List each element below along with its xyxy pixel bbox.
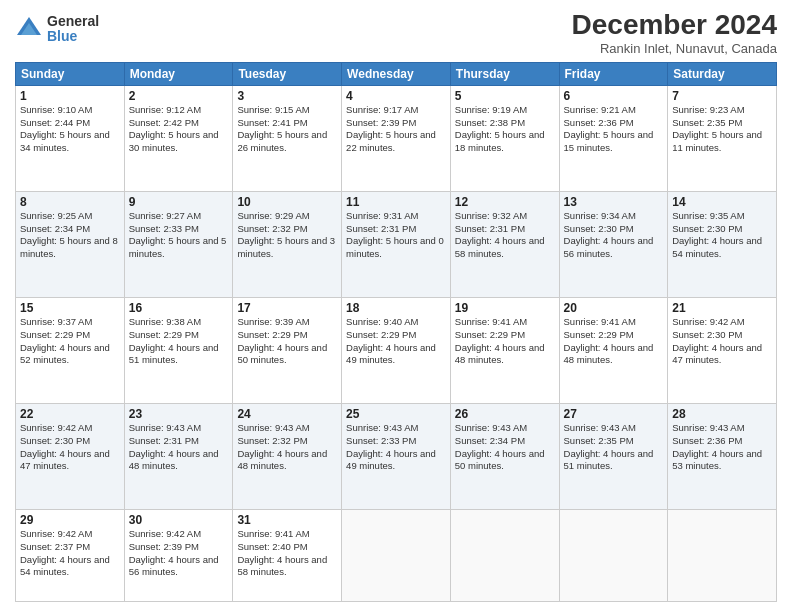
calendar-cell: 14Sunrise: 9:35 AMSunset: 2:30 PMDayligh…: [668, 191, 777, 297]
day-info: Sunrise: 9:43 AMSunset: 2:31 PMDaylight:…: [129, 422, 229, 473]
day-number: 31: [237, 513, 337, 527]
day-info: Sunrise: 9:42 AMSunset: 2:30 PMDaylight:…: [672, 316, 772, 367]
day-info: Sunrise: 9:43 AMSunset: 2:34 PMDaylight:…: [455, 422, 555, 473]
day-header-saturday: Saturday: [668, 62, 777, 85]
day-info: Sunrise: 9:43 AMSunset: 2:33 PMDaylight:…: [346, 422, 446, 473]
day-header-wednesday: Wednesday: [342, 62, 451, 85]
logo-general: General: [47, 14, 99, 29]
calendar-header-row: SundayMondayTuesdayWednesdayThursdayFrid…: [16, 62, 777, 85]
calendar-cell: 29Sunrise: 9:42 AMSunset: 2:37 PMDayligh…: [16, 510, 125, 602]
day-number: 9: [129, 195, 229, 209]
logo-icon: [15, 15, 43, 43]
day-info: Sunrise: 9:39 AMSunset: 2:29 PMDaylight:…: [237, 316, 337, 367]
calendar-cell: 2Sunrise: 9:12 AMSunset: 2:42 PMDaylight…: [124, 85, 233, 191]
calendar-cell: 18Sunrise: 9:40 AMSunset: 2:29 PMDayligh…: [342, 297, 451, 403]
month-title: December 2024: [572, 10, 777, 41]
day-info: Sunrise: 9:41 AMSunset: 2:29 PMDaylight:…: [564, 316, 664, 367]
day-info: Sunrise: 9:41 AMSunset: 2:40 PMDaylight:…: [237, 528, 337, 579]
day-info: Sunrise: 9:25 AMSunset: 2:34 PMDaylight:…: [20, 210, 120, 261]
calendar-cell: 3Sunrise: 9:15 AMSunset: 2:41 PMDaylight…: [233, 85, 342, 191]
calendar-cell: 15Sunrise: 9:37 AMSunset: 2:29 PMDayligh…: [16, 297, 125, 403]
day-info: Sunrise: 9:17 AMSunset: 2:39 PMDaylight:…: [346, 104, 446, 155]
calendar-cell: 13Sunrise: 9:34 AMSunset: 2:30 PMDayligh…: [559, 191, 668, 297]
calendar-cell: 28Sunrise: 9:43 AMSunset: 2:36 PMDayligh…: [668, 403, 777, 509]
day-info: Sunrise: 9:23 AMSunset: 2:35 PMDaylight:…: [672, 104, 772, 155]
day-info: Sunrise: 9:10 AMSunset: 2:44 PMDaylight:…: [20, 104, 120, 155]
day-info: Sunrise: 9:32 AMSunset: 2:31 PMDaylight:…: [455, 210, 555, 261]
day-number: 12: [455, 195, 555, 209]
calendar-cell: 17Sunrise: 9:39 AMSunset: 2:29 PMDayligh…: [233, 297, 342, 403]
calendar-cell: 12Sunrise: 9:32 AMSunset: 2:31 PMDayligh…: [450, 191, 559, 297]
calendar-cell: [559, 510, 668, 602]
day-info: Sunrise: 9:40 AMSunset: 2:29 PMDaylight:…: [346, 316, 446, 367]
day-number: 4: [346, 89, 446, 103]
calendar-week-row: 29Sunrise: 9:42 AMSunset: 2:37 PMDayligh…: [16, 510, 777, 602]
day-number: 5: [455, 89, 555, 103]
calendar-cell: 4Sunrise: 9:17 AMSunset: 2:39 PMDaylight…: [342, 85, 451, 191]
logo-blue: Blue: [47, 29, 99, 44]
day-number: 8: [20, 195, 120, 209]
day-number: 22: [20, 407, 120, 421]
day-info: Sunrise: 9:38 AMSunset: 2:29 PMDaylight:…: [129, 316, 229, 367]
calendar-cell: 30Sunrise: 9:42 AMSunset: 2:39 PMDayligh…: [124, 510, 233, 602]
day-info: Sunrise: 9:21 AMSunset: 2:36 PMDaylight:…: [564, 104, 664, 155]
calendar-cell: 1Sunrise: 9:10 AMSunset: 2:44 PMDaylight…: [16, 85, 125, 191]
day-number: 21: [672, 301, 772, 315]
logo: General Blue: [15, 14, 99, 45]
day-header-monday: Monday: [124, 62, 233, 85]
calendar-cell: 31Sunrise: 9:41 AMSunset: 2:40 PMDayligh…: [233, 510, 342, 602]
day-info: Sunrise: 9:41 AMSunset: 2:29 PMDaylight:…: [455, 316, 555, 367]
day-info: Sunrise: 9:42 AMSunset: 2:30 PMDaylight:…: [20, 422, 120, 473]
calendar-cell: 25Sunrise: 9:43 AMSunset: 2:33 PMDayligh…: [342, 403, 451, 509]
day-info: Sunrise: 9:35 AMSunset: 2:30 PMDaylight:…: [672, 210, 772, 261]
day-info: Sunrise: 9:12 AMSunset: 2:42 PMDaylight:…: [129, 104, 229, 155]
day-number: 2: [129, 89, 229, 103]
day-info: Sunrise: 9:43 AMSunset: 2:35 PMDaylight:…: [564, 422, 664, 473]
calendar-cell: 9Sunrise: 9:27 AMSunset: 2:33 PMDaylight…: [124, 191, 233, 297]
day-number: 17: [237, 301, 337, 315]
day-number: 10: [237, 195, 337, 209]
day-number: 29: [20, 513, 120, 527]
day-number: 11: [346, 195, 446, 209]
day-info: Sunrise: 9:19 AMSunset: 2:38 PMDaylight:…: [455, 104, 555, 155]
calendar-cell: 22Sunrise: 9:42 AMSunset: 2:30 PMDayligh…: [16, 403, 125, 509]
day-number: 26: [455, 407, 555, 421]
calendar-cell: 7Sunrise: 9:23 AMSunset: 2:35 PMDaylight…: [668, 85, 777, 191]
day-number: 15: [20, 301, 120, 315]
day-number: 7: [672, 89, 772, 103]
calendar-cell: 27Sunrise: 9:43 AMSunset: 2:35 PMDayligh…: [559, 403, 668, 509]
calendar-cell: [450, 510, 559, 602]
calendar-cell: 11Sunrise: 9:31 AMSunset: 2:31 PMDayligh…: [342, 191, 451, 297]
day-number: 23: [129, 407, 229, 421]
calendar-cell: 23Sunrise: 9:43 AMSunset: 2:31 PMDayligh…: [124, 403, 233, 509]
day-header-friday: Friday: [559, 62, 668, 85]
day-number: 30: [129, 513, 229, 527]
calendar-cell: [342, 510, 451, 602]
day-number: 19: [455, 301, 555, 315]
calendar-cell: 26Sunrise: 9:43 AMSunset: 2:34 PMDayligh…: [450, 403, 559, 509]
calendar-table: SundayMondayTuesdayWednesdayThursdayFrid…: [15, 62, 777, 602]
calendar-cell: 10Sunrise: 9:29 AMSunset: 2:32 PMDayligh…: [233, 191, 342, 297]
day-number: 13: [564, 195, 664, 209]
calendar-cell: 20Sunrise: 9:41 AMSunset: 2:29 PMDayligh…: [559, 297, 668, 403]
day-info: Sunrise: 9:43 AMSunset: 2:32 PMDaylight:…: [237, 422, 337, 473]
day-info: Sunrise: 9:15 AMSunset: 2:41 PMDaylight:…: [237, 104, 337, 155]
day-number: 27: [564, 407, 664, 421]
day-info: Sunrise: 9:29 AMSunset: 2:32 PMDaylight:…: [237, 210, 337, 261]
title-section: December 2024 Rankin Inlet, Nunavut, Can…: [572, 10, 777, 56]
location-subtitle: Rankin Inlet, Nunavut, Canada: [572, 41, 777, 56]
day-info: Sunrise: 9:43 AMSunset: 2:36 PMDaylight:…: [672, 422, 772, 473]
calendar-cell: [668, 510, 777, 602]
day-info: Sunrise: 9:34 AMSunset: 2:30 PMDaylight:…: [564, 210, 664, 261]
calendar-week-row: 15Sunrise: 9:37 AMSunset: 2:29 PMDayligh…: [16, 297, 777, 403]
day-number: 14: [672, 195, 772, 209]
calendar-cell: 5Sunrise: 9:19 AMSunset: 2:38 PMDaylight…: [450, 85, 559, 191]
header: General Blue December 2024 Rankin Inlet,…: [15, 10, 777, 56]
logo-text: General Blue: [47, 14, 99, 45]
calendar-week-row: 1Sunrise: 9:10 AMSunset: 2:44 PMDaylight…: [16, 85, 777, 191]
day-number: 6: [564, 89, 664, 103]
day-info: Sunrise: 9:37 AMSunset: 2:29 PMDaylight:…: [20, 316, 120, 367]
day-header-sunday: Sunday: [16, 62, 125, 85]
calendar-cell: 6Sunrise: 9:21 AMSunset: 2:36 PMDaylight…: [559, 85, 668, 191]
day-number: 16: [129, 301, 229, 315]
